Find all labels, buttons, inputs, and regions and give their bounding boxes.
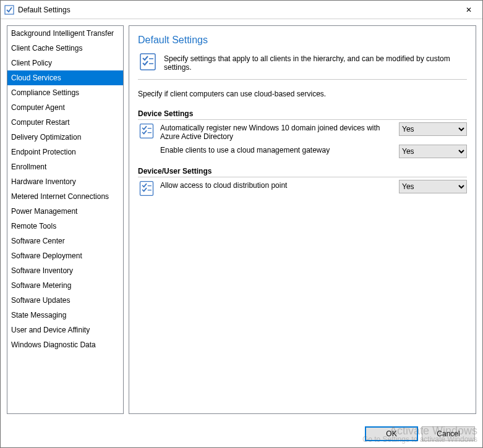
sidebar-item[interactable]: Software Inventory bbox=[7, 263, 123, 278]
ok-button[interactable]: OK bbox=[365, 426, 418, 441]
setting-control: YesNo bbox=[399, 145, 467, 158]
sidebar-item[interactable]: Computer Restart bbox=[7, 115, 123, 130]
setting-icon-col bbox=[138, 122, 159, 140]
sidebar-item[interactable]: Windows Diagnostic Data bbox=[7, 337, 123, 352]
settings-sections: Device SettingsAutomatically register ne… bbox=[138, 109, 467, 206]
sidebar-item[interactable]: Power Management bbox=[7, 204, 123, 219]
section-title: Device/User Settings bbox=[138, 167, 467, 177]
page-title: Default Settings bbox=[138, 35, 467, 46]
sidebar-item[interactable]: State Messaging bbox=[7, 308, 123, 323]
setting-control: YesNo bbox=[399, 180, 467, 193]
sidebar-item[interactable]: Background Intelligent Transfer bbox=[7, 26, 123, 41]
close-icon: ✕ bbox=[466, 6, 472, 14]
setting-select[interactable]: YesNo bbox=[399, 145, 467, 158]
sidebar-item[interactable]: Software Updates bbox=[7, 293, 123, 308]
dialog-footer: OK Cancel bbox=[1, 420, 482, 447]
sidebar-item[interactable]: Software Metering bbox=[7, 278, 123, 293]
sidebar-item[interactable]: Software Center bbox=[7, 234, 123, 248]
sidebar-item[interactable]: Metered Internet Connections bbox=[7, 189, 123, 204]
setting-row: Enable clients to use a cloud management… bbox=[138, 145, 467, 158]
setting-control: YesNo bbox=[399, 122, 467, 136]
checklist-icon bbox=[138, 180, 155, 197]
sidebar-item[interactable]: Computer Agent bbox=[7, 100, 123, 115]
sidebar-item[interactable]: Hardware Inventory bbox=[7, 174, 123, 189]
dialog-body: Background Intelligent TransferClient Ca… bbox=[1, 19, 482, 420]
setting-row: Automatically register new Windows 10 do… bbox=[138, 122, 467, 141]
page-description: Specify settings that apply to all clien… bbox=[164, 52, 467, 72]
page-subtext: Specify if client computers can use clou… bbox=[138, 90, 467, 98]
sidebar-item[interactable]: Delivery Optimization bbox=[7, 130, 123, 145]
settings-dialog: Default Settings ✕ Background Intelligen… bbox=[0, 0, 483, 448]
window-title: Default Settings bbox=[18, 6, 455, 14]
sidebar-item[interactable]: Client Policy bbox=[7, 56, 123, 70]
checklist-icon bbox=[138, 52, 158, 72]
cancel-button[interactable]: Cancel bbox=[422, 426, 475, 441]
svg-rect-0 bbox=[5, 6, 14, 14]
sidebar-item[interactable]: Compliance Settings bbox=[7, 85, 123, 100]
divider bbox=[138, 79, 467, 80]
titlebar: Default Settings ✕ bbox=[1, 1, 482, 19]
page-description-row: Specify settings that apply to all clien… bbox=[138, 52, 467, 72]
checklist-icon bbox=[138, 122, 155, 140]
category-sidebar[interactable]: Background Intelligent TransferClient Ca… bbox=[7, 25, 124, 414]
main-panel: Default Settings Specify settings that a… bbox=[129, 25, 476, 414]
sidebar-item[interactable]: Software Deployment bbox=[7, 248, 123, 263]
setting-label: Enable clients to use a cloud management… bbox=[160, 145, 398, 154]
settings-section: Device/User SettingsAllow access to clou… bbox=[138, 167, 467, 197]
app-icon bbox=[4, 5, 14, 15]
sidebar-item[interactable]: Remote Tools bbox=[7, 219, 123, 234]
sidebar-item[interactable]: Enrollment bbox=[7, 159, 123, 174]
settings-section: Device SettingsAutomatically register ne… bbox=[138, 109, 467, 158]
section-title: Device Settings bbox=[138, 109, 467, 120]
setting-row: Allow access to cloud distribution point… bbox=[138, 180, 467, 197]
sidebar-item[interactable]: Endpoint Protection bbox=[7, 145, 123, 159]
setting-icon-col bbox=[138, 180, 159, 197]
sidebar-item[interactable]: User and Device Affinity bbox=[7, 323, 123, 337]
setting-label: Allow access to cloud distribution point bbox=[160, 180, 398, 190]
setting-label: Automatically register new Windows 10 do… bbox=[160, 122, 398, 141]
sidebar-item[interactable]: Cloud Services bbox=[7, 70, 123, 85]
close-button[interactable]: ✕ bbox=[455, 1, 482, 19]
setting-select[interactable]: YesNo bbox=[399, 180, 467, 193]
sidebar-item[interactable]: Client Cache Settings bbox=[7, 41, 123, 56]
setting-select[interactable]: YesNo bbox=[399, 122, 467, 136]
